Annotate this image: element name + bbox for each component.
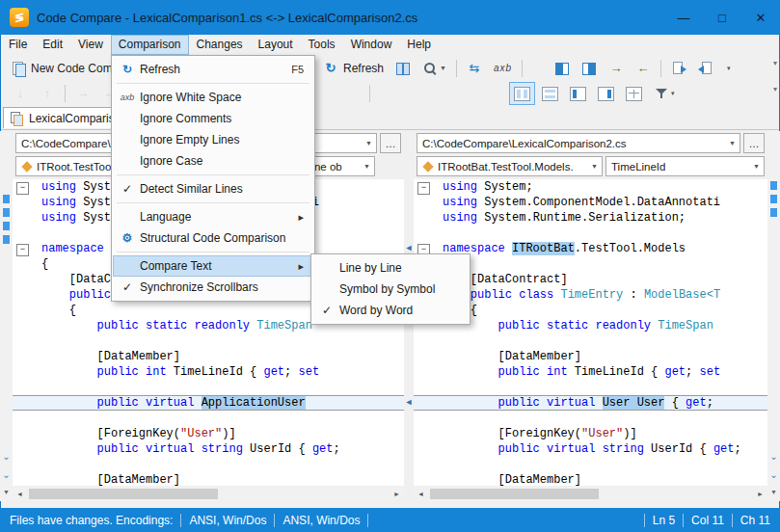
show-right-pane-button[interactable] bbox=[577, 57, 602, 80]
show-changed-lines-button[interactable] bbox=[312, 82, 337, 105]
menu-file[interactable]: File bbox=[1, 35, 35, 55]
compare-document-icon bbox=[10, 112, 24, 125]
copy-to-left-button[interactable] bbox=[693, 57, 718, 80]
menu-item-word-by-word[interactable]: ✓Word by Word bbox=[312, 300, 469, 321]
menu-item-ignore-case[interactable]: Ignore Case bbox=[113, 150, 313, 172]
minimize-button[interactable]: — bbox=[664, 0, 703, 35]
layout-grid-button[interactable] bbox=[621, 82, 647, 105]
swap-sides-button[interactable]: ⇆ bbox=[462, 57, 487, 80]
scroll-down-button[interactable]: ▼ bbox=[767, 484, 780, 500]
layout-left-only-button[interactable] bbox=[565, 82, 591, 105]
show-left-pane-button[interactable] bbox=[550, 57, 575, 80]
next-change-scroll-button[interactable]: ⌄ bbox=[767, 448, 780, 465]
fold-marker[interactable]: − bbox=[13, 241, 41, 256]
diff-connector-icon[interactable]: ◄ bbox=[404, 243, 414, 253]
chevron-down-icon[interactable]: ▼ bbox=[749, 163, 764, 170]
menu-tools[interactable]: Tools bbox=[301, 35, 343, 55]
scroll-track[interactable] bbox=[27, 487, 390, 501]
code-segment bbox=[540, 365, 547, 379]
previous-change-button[interactable]: ↑ bbox=[35, 82, 60, 105]
right-hscrollbar[interactable]: ◄ ► bbox=[414, 487, 767, 501]
scroll-right-icon[interactable]: ► bbox=[753, 491, 767, 497]
menu-help[interactable]: Help bbox=[399, 35, 439, 55]
fold-margin bbox=[414, 441, 443, 457]
menu-item-ignore-empty-lines[interactable]: Ignore Empty Lines bbox=[113, 129, 313, 150]
menu-window[interactable]: Window bbox=[343, 35, 400, 55]
right-code-area[interactable]: −using System;using System.ComponentMode… bbox=[414, 179, 767, 486]
last-change-scroll-button[interactable]: ⌄ bbox=[767, 466, 780, 483]
close-button[interactable]: ✕ bbox=[741, 0, 780, 35]
scroll-right-icon[interactable]: ► bbox=[390, 491, 404, 497]
collapse-icon[interactable]: − bbox=[16, 244, 29, 256]
diff-connector-icon[interactable]: ◄ bbox=[404, 397, 414, 407]
code-segment: ; bbox=[284, 365, 298, 379]
menu-layout[interactable]: Layout bbox=[251, 35, 301, 55]
right-member-combo[interactable]: TimeLineId ▼ bbox=[605, 156, 765, 176]
right-path-combo[interactable]: C:\CodeCompare\LexicalComparison2.cs ▼ bbox=[417, 133, 740, 153]
code-segment: int bbox=[547, 365, 568, 379]
code-segment: TimeEntry bbox=[560, 288, 623, 302]
menu-item-line-by-line[interactable]: Line by Line bbox=[312, 257, 469, 279]
left-vscrollbar[interactable]: ⌄ ⌄ ▼ bbox=[0, 131, 13, 501]
chevron-down-icon[interactable]: ▼ bbox=[360, 163, 374, 170]
code-text: [DataMember] bbox=[41, 472, 404, 486]
code-segment: System.ComponentModel.DataAnnotati bbox=[477, 196, 720, 209]
left-browse-button[interactable]: … bbox=[380, 133, 401, 153]
next-change-button[interactable]: ↓ bbox=[8, 82, 33, 105]
left-hscrollbar[interactable]: ◄ ► bbox=[13, 487, 404, 501]
copy-change-right-button[interactable]: → bbox=[70, 82, 95, 105]
copy-to-right-button[interactable] bbox=[666, 57, 691, 80]
menu-comparison[interactable]: Comparison bbox=[111, 35, 189, 55]
previous-difference-button[interactable]: ← bbox=[631, 57, 656, 80]
code-text: public int TimeLineId { get; set bbox=[443, 364, 767, 380]
structural-comparison-button[interactable] bbox=[390, 57, 416, 80]
code-line bbox=[414, 411, 767, 426]
menu-item-ignore-white-space[interactable]: axbIgnore White Space bbox=[113, 87, 313, 108]
menu-item-detect-similar-lines[interactable]: ✓Detect Similar Lines bbox=[113, 178, 313, 200]
chevron-down-icon[interactable]: ▼ bbox=[725, 140, 740, 146]
right-symbol-combo[interactable]: ITRootBat.TestTool.Models. ▼ bbox=[417, 156, 603, 176]
menu-changes[interactable]: Changes bbox=[189, 35, 251, 55]
fold-margin bbox=[13, 426, 41, 441]
menu-item-synchronize-scrollbars[interactable]: ✓Synchronize Scrollbars bbox=[113, 277, 313, 298]
collapse-icon[interactable]: − bbox=[16, 182, 29, 195]
fold-marker[interactable]: − bbox=[414, 179, 443, 195]
collapse-icon[interactable]: − bbox=[417, 182, 430, 195]
toolbar-separator bbox=[456, 60, 457, 77]
menu-item-compare-text[interactable]: Compare Text▸ bbox=[113, 255, 313, 277]
scroll-left-icon[interactable]: ◄ bbox=[414, 491, 428, 497]
chevron-down-icon[interactable]: ▼ bbox=[362, 140, 376, 146]
refresh-button[interactable]: ↻ Refresh bbox=[318, 57, 389, 80]
ignore-whitespace-icon: axb bbox=[494, 63, 512, 73]
next-change-scroll-button[interactable]: ⌄ bbox=[0, 448, 13, 465]
layout-two-horizontal-button[interactable] bbox=[537, 82, 563, 105]
chevron-down-icon[interactable]: ▼ bbox=[587, 163, 602, 170]
menu-item-language[interactable]: Language▸ bbox=[113, 206, 313, 227]
filter-button[interactable]: ▾ bbox=[649, 82, 680, 105]
scroll-track[interactable] bbox=[428, 487, 753, 501]
fold-marker[interactable]: − bbox=[13, 179, 41, 195]
next-difference-button[interactable]: → bbox=[604, 57, 629, 80]
menu-view[interactable]: View bbox=[70, 35, 111, 55]
layout-right-only-button[interactable] bbox=[593, 82, 619, 105]
ignore-whitespace-button[interactable]: axb bbox=[489, 57, 517, 80]
scroll-down-button[interactable]: ▼ bbox=[0, 484, 13, 500]
scroll-thumb[interactable] bbox=[430, 489, 599, 499]
scroll-thumb[interactable] bbox=[29, 489, 218, 499]
menu-edit[interactable]: Edit bbox=[35, 35, 70, 55]
layout-two-vertical-button[interactable] bbox=[509, 82, 535, 105]
word-wrap-button[interactable] bbox=[339, 82, 364, 105]
menu-item-ignore-comments[interactable]: Ignore Comments bbox=[113, 108, 313, 129]
right-browse-button[interactable]: … bbox=[743, 133, 765, 153]
scroll-left-icon[interactable]: ◄ bbox=[13, 491, 27, 497]
toolbar-overflow-icon[interactable]: ▾ bbox=[773, 85, 777, 93]
menu-item-symbol-by-symbol[interactable]: Symbol by Symbol bbox=[312, 279, 469, 300]
toolbar-overflow-icon[interactable]: ▾ bbox=[773, 59, 777, 67]
menu-item-refresh[interactable]: ↻RefreshF5 bbox=[113, 59, 313, 80]
last-change-scroll-button[interactable]: ⌄ bbox=[0, 466, 13, 483]
find-button[interactable]: ▼ bbox=[417, 57, 451, 80]
toolbar-options-button[interactable]: ▾ bbox=[720, 57, 736, 80]
menu-item-structural-code-comparison[interactable]: ⚙Structural Code Comparison bbox=[113, 227, 313, 249]
right-vscrollbar[interactable]: ⌄ ⌄ ▼ bbox=[767, 131, 780, 501]
maximize-button[interactable]: □ bbox=[703, 0, 741, 35]
